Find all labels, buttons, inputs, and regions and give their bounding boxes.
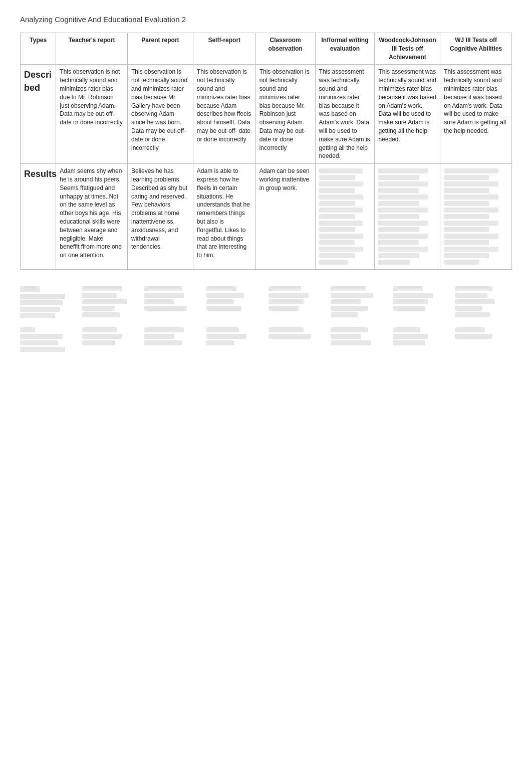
cell-results-parent: Believes he has learning problems. Descr… [128, 164, 193, 270]
cell-results-teacher: Adam seems shy when he is around his pee… [56, 164, 128, 270]
cell-results-wj [440, 164, 512, 270]
cell-described-woodcock: This assessment was technically sound an… [375, 65, 440, 164]
main-table: Types Teacher's report Parent report Sel… [20, 33, 512, 270]
col-header-woodcock: Woodcock-Johnson III Tests off Achieveme… [375, 33, 440, 65]
row-header-described: Described [21, 65, 56, 164]
col-header-types: Types [21, 33, 56, 65]
cell-described-self: This observation is not technically soun… [193, 65, 255, 164]
cell-results-woodcock [375, 164, 440, 270]
cell-described-informal: This assessment was technically sound an… [315, 65, 375, 164]
cell-described-parent: This observation is not technically soun… [128, 65, 193, 164]
row-header-results: Results [21, 164, 56, 270]
cell-described-teacher: This observation is not technically soun… [56, 65, 128, 164]
col-header-wj: WJ III Tests off Cognitive Abilities [440, 33, 512, 65]
cell-described-classroom: This observation is not technically soun… [255, 65, 315, 164]
cell-results-classroom: Adam can be seen working inattentive in … [255, 164, 315, 270]
col-header-informal: Infformal writing evaluation [315, 33, 375, 65]
table-row-described: Described This observation is not techni… [21, 65, 512, 164]
page-title: Analyzing Cognitive And Educational Eval… [20, 15, 512, 24]
cell-results-self: Adam is able to express how he ffeels in… [193, 164, 255, 270]
cell-results-informal [315, 164, 375, 270]
bottom-blurred-section [20, 285, 512, 353]
col-header-teacher: Teacher's report [56, 33, 128, 65]
col-header-parent: Parent report [128, 33, 193, 65]
col-header-self: Selff-report [193, 33, 255, 65]
cell-described-wj: This assessment was technically sound an… [440, 65, 512, 164]
col-header-classroom: Classroom observation [255, 33, 315, 65]
table-row-results: Results Adam seems shy when he is around… [21, 164, 512, 270]
